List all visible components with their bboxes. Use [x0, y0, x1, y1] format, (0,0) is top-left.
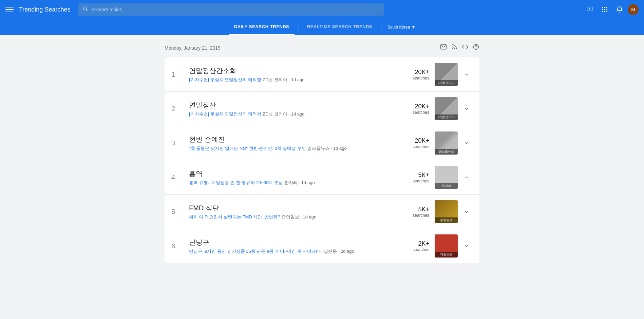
trend-count: 5K+ searches: [399, 172, 429, 183]
trend-count: 2K+ searches: [399, 240, 429, 252]
expand-button[interactable]: [460, 206, 473, 218]
trend-article: 세끼 다 먹으면서 살뺀다는 FMD 식단, 방법은? 중앙일보 · 1d ag…: [189, 214, 393, 220]
svg-rect-11: [602, 9, 603, 10]
hamburger-menu-button[interactable]: [5, 5, 14, 14]
region-name: South Korea: [387, 25, 410, 30]
tab-realtime-search-trends[interactable]: Realtime Search Trends: [302, 19, 378, 35]
trend-image: 매일신문: [435, 234, 458, 258]
trend-image: 엠스플뉴스: [435, 131, 458, 155]
date-header: Monday, January 21, 2019: [165, 43, 479, 52]
trend-source: 한겨레 · 1d ago: [284, 180, 315, 186]
help-icon[interactable]: [473, 43, 479, 52]
region-selector[interactable]: South Korea ▼: [387, 25, 416, 30]
top-navigation: Trending Searches: [0, 0, 644, 19]
trend-title: 현빈 손예진: [189, 135, 393, 144]
expand-button[interactable]: [460, 171, 473, 183]
trend-image-label: ZD넷 코리아: [435, 114, 458, 120]
trend-article-link[interactable]: [기자수첩] 무설치 연말정산의 쾌적함: [189, 77, 261, 83]
trend-info: 난닝구 난닝구, 9시간 동안 인기상품 36종 단돈 9원 '어머~이건 꼭 …: [184, 238, 399, 254]
trend-image: 한겨레: [435, 166, 458, 189]
trend-info: 현빈 손예진 "美 동행은 맞지만 열애는 NO" 현빈·손예진, 2차 열애설…: [184, 135, 399, 152]
tab-daily-search-trends[interactable]: Daily Search Trends: [229, 19, 295, 35]
trend-title: 연말정산: [189, 101, 393, 110]
trend-info: FMD 식단 세끼 다 먹으면서 살뺀다는 FMD 식단, 방법은? 중앙일보 …: [184, 203, 399, 220]
trend-image: 중앙일보: [435, 200, 458, 223]
trend-image-placeholder: 한겨레: [435, 166, 458, 189]
feedback-button[interactable]: [583, 3, 596, 16]
trend-article-link[interactable]: [기자수첩] 무설치 연말정산의 쾌적함: [189, 111, 261, 117]
trend-image-label: 매일신문: [435, 252, 458, 258]
trend-info: 홍역 홍역 유행...예방접종 안 한 영유아·20~30대 조심 한겨레 · …: [184, 169, 399, 186]
svg-rect-12: [604, 9, 605, 10]
expand-button[interactable]: [460, 240, 473, 252]
embed-icon[interactable]: [462, 43, 469, 52]
trend-info: 연말정산간소화 [기자수첩] 무설치 연말정산의 쾌적함 ZD넷 코리아 · 1…: [184, 66, 399, 83]
svg-point-20: [476, 48, 476, 49]
trend-rank: 3: [171, 139, 184, 147]
trend-item: 5 FMD 식단 세끼 다 먹으면서 살뺀다는 FMD 식단, 방법은? 중앙일…: [165, 195, 479, 229]
svg-rect-16: [606, 11, 607, 12]
trend-article: [기자수첩] 무설치 연말정산의 쾌적함 ZD넷 코리아 · 1d ago: [189, 77, 393, 83]
trend-title: 홍역: [189, 169, 393, 178]
svg-point-7: [589, 10, 590, 10]
trend-source: 엠스플뉴스 · 1d ago: [307, 145, 347, 152]
trend-rank: 2: [171, 105, 184, 113]
trend-title: 난닝구: [189, 238, 393, 247]
trend-article: 난닝구, 9시간 동안 인기상품 36종 단돈 9원 '어머~이건 꼭 사야돼!…: [189, 248, 393, 254]
trend-article: [기자수첩] 무설치 연말정산의 쾌적함 ZD넷 코리아 · 1d ago: [189, 111, 393, 117]
search-bar: [78, 3, 384, 16]
date-actions: [440, 43, 479, 52]
trend-count: 20K+ searches: [399, 69, 429, 81]
expand-button[interactable]: [460, 68, 473, 81]
svg-rect-14: [602, 11, 603, 12]
trend-info: 연말정산 [기자수첩] 무설치 연말정산의 쾌적함 ZD넷 코리아 · 1d a…: [184, 101, 399, 117]
trend-source: 매일신문 · 2d ago: [319, 248, 354, 254]
trend-count-label: searches: [399, 110, 429, 115]
trend-article: "美 동행은 맞지만 열애는 NO" 현빈·손예진, 2차 열애설 부인 엠스플…: [189, 145, 393, 152]
expand-button[interactable]: [460, 103, 473, 115]
trend-count-label: searches: [399, 213, 429, 218]
notifications-button[interactable]: [613, 3, 626, 16]
main-content: Monday, January 21, 2019: [159, 35, 485, 271]
trend-image-label: 중앙일보: [435, 217, 458, 223]
email-icon[interactable]: [440, 43, 447, 52]
svg-rect-0: [5, 7, 14, 7]
trend-image-placeholder: 중앙일보: [435, 200, 458, 223]
trend-article-link[interactable]: 홍역 유행...예방접종 안 한 영유아·20~30대 조심: [189, 180, 283, 186]
svg-rect-2: [5, 12, 14, 12]
trend-item: 1 연말정산간소화 [기자수첩] 무설치 연말정산의 쾌적함 ZD넷 코리아 ·…: [165, 57, 479, 92]
trend-article-link[interactable]: "美 동행은 맞지만 열애는 NO" 현빈·손예진, 2차 열애설 부인: [189, 145, 306, 152]
trend-rank: 6: [171, 242, 184, 250]
trend-image: ZD넷 코리아: [435, 97, 458, 120]
svg-rect-1: [5, 9, 14, 10]
trend-article-link[interactable]: 난닝구, 9시간 동안 인기상품 36종 단돈 9원 '어머~이건 꼭 사야돼!…: [189, 248, 318, 254]
trend-count-label: searches: [399, 76, 429, 81]
trend-count: 20K+ searches: [399, 103, 429, 115]
svg-rect-15: [604, 11, 605, 12]
expand-button[interactable]: [460, 137, 473, 149]
trend-article: 홍역 유행...예방접종 안 한 영유아·20~30대 조심 한겨레 · 1d …: [189, 180, 393, 186]
search-input[interactable]: [92, 7, 380, 12]
trend-source: ZD넷 코리아 · 1d ago: [263, 111, 305, 117]
svg-rect-8: [602, 7, 603, 8]
trend-image-placeholder: 엠스플뉴스: [435, 131, 458, 155]
trend-article-link[interactable]: 세끼 다 먹으면서 살뺀다는 FMD 식단, 방법은?: [189, 214, 280, 220]
rss-icon[interactable]: [451, 43, 458, 52]
trend-item: 3 현빈 손예진 "美 동행은 맞지만 열애는 NO" 현빈·손예진, 2차 열…: [165, 126, 479, 160]
apps-button[interactable]: [598, 3, 611, 16]
trend-image-label: ZD넷 코리아: [435, 80, 458, 86]
search-icon: [82, 6, 89, 13]
trend-image-placeholder: ZD넷 코리아: [435, 97, 458, 120]
trend-list: 1 연말정산간소화 [기자수첩] 무설치 연말정산의 쾌적함 ZD넷 코리아 ·…: [165, 57, 479, 263]
trend-image-label: 엠스플뉴스: [435, 149, 458, 155]
svg-rect-10: [606, 7, 607, 8]
svg-line-4: [86, 10, 88, 11]
trend-image-label: 한겨레: [435, 183, 458, 189]
avatar[interactable]: M: [628, 4, 639, 15]
trend-image-placeholder: ZD넷 코리아: [435, 63, 458, 86]
trend-title: 연말정산간소화: [189, 66, 393, 75]
app-title: Trending Searches: [19, 6, 70, 13]
svg-rect-13: [606, 9, 607, 10]
trend-item: 4 홍역 홍역 유행...예방접종 안 한 영유아·20~30대 조심 한겨레 …: [165, 160, 479, 195]
nav-right-icons: M: [583, 3, 639, 16]
